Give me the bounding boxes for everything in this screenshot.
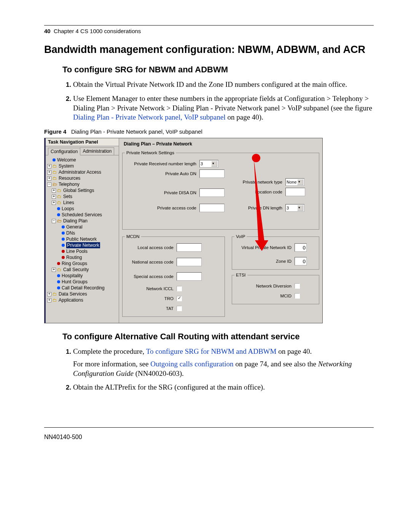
mcdn-tat-label: TAT <box>125 306 177 311</box>
dot-icon <box>57 286 60 289</box>
tree-private-network[interactable]: Private Network <box>47 242 118 248</box>
folder-open-icon: 🗁 <box>53 181 57 187</box>
tree-ring-groups[interactable]: Ring Groups <box>47 260 118 267</box>
folder-icon: 🗀 <box>53 297 57 303</box>
tree-telephony[interactable]: −🗁Telephony <box>47 181 118 187</box>
tree-dialing-plan[interactable]: −🗁Dialing Plan <box>47 218 118 224</box>
tree-hunt-groups[interactable]: Hunt Groups <box>47 279 118 285</box>
tree-lines[interactable]: +🗀Lines <box>47 200 118 206</box>
expand-icon[interactable]: + <box>47 176 51 181</box>
expand-icon[interactable]: + <box>52 201 56 205</box>
collapse-icon[interactable]: − <box>47 182 51 187</box>
expand-icon[interactable]: + <box>47 170 51 174</box>
dot-icon <box>62 250 65 253</box>
tree-resources[interactable]: +🗀Resources <box>47 175 118 181</box>
dot-icon <box>62 232 65 235</box>
expand-icon[interactable]: + <box>47 298 51 302</box>
tree-hospitality[interactable]: Hospitality <box>47 273 118 279</box>
private-network-settings-group: Private Network Settings Private Receive… <box>122 150 319 230</box>
tree-scheduled-services[interactable]: Scheduled Services <box>47 212 118 218</box>
folder-icon: 🗀 <box>53 163 57 169</box>
folder-icon: 🗀 <box>53 291 57 297</box>
tree-public-network[interactable]: Public Network <box>47 236 118 242</box>
access-code-label: Private access code <box>125 206 199 210</box>
mcdn-legend: MCDN <box>125 234 141 239</box>
expand-icon[interactable]: + <box>47 292 51 296</box>
proc-a-link[interactable]: To configure SRG for NBWM and ADBWM <box>146 347 277 355</box>
figure-caption: Figure 4 Dialing Plan - Private Network … <box>44 128 374 135</box>
auto-dn-label: Private Auto DN <box>125 171 199 176</box>
tab-administration[interactable]: Administration <box>80 147 114 155</box>
access-code-input[interactable] <box>199 204 225 212</box>
outgoing-calls-link[interactable]: Outgoing calls configuration <box>150 360 233 368</box>
voip-legend: VoIP <box>234 234 247 239</box>
tree-call-security[interactable]: +🗀Call Security <box>47 267 118 273</box>
collapse-icon[interactable]: − <box>52 219 56 223</box>
tat-checkbox[interactable] <box>177 306 182 311</box>
mcdn-local-input[interactable] <box>177 243 202 252</box>
dot-icon <box>57 262 60 265</box>
tree-call-detail-recording[interactable]: Call Detail Recording <box>47 285 118 291</box>
tree-sets[interactable]: +🗀Sets <box>47 193 118 200</box>
expand-icon[interactable]: + <box>52 189 56 193</box>
mcdn-special-label: Special access code <box>125 274 177 279</box>
dot-icon <box>57 207 60 210</box>
mcdn-national-input[interactable] <box>177 258 202 266</box>
dn-len-select[interactable]: 3 <box>285 204 304 212</box>
mcdn-special-input[interactable] <box>177 272 202 281</box>
recv-len-select[interactable]: 3 <box>199 160 218 168</box>
recv-len-label: Private Received number length <box>125 161 199 166</box>
expand-icon[interactable]: + <box>47 164 51 168</box>
disa-dn-input[interactable] <box>199 189 225 197</box>
nav-tabs: Configuration Administration <box>46 146 119 155</box>
auto-dn-input[interactable] <box>199 169 225 178</box>
mcdn-tro-label: TRO <box>125 296 177 301</box>
net-type-select[interactable]: None <box>285 178 304 186</box>
dot-icon <box>53 158 56 161</box>
net-type-label: Private network type <box>232 180 285 184</box>
loc-code-label: Location code <box>232 190 285 194</box>
chevron-down-icon <box>211 161 217 167</box>
right-col-fields: Private network type None Location code … <box>232 176 320 214</box>
page-title: Bandwidth management configuration: NBWM… <box>44 43 374 56</box>
tro-checkbox[interactable] <box>177 296 182 301</box>
expand-icon[interactable]: + <box>52 268 56 272</box>
dot-icon <box>57 274 60 277</box>
procedure-a-steps: Obtain the Virtual Private Network ID an… <box>62 80 374 122</box>
step-2: Use Element Manager to enter these numbe… <box>73 94 374 122</box>
figure-link[interactable]: Dialing Plan - Private Network panel, Vo… <box>73 113 226 121</box>
tree-admin-access[interactable]: +🗀Administrator Access <box>47 169 118 175</box>
tree-general[interactable]: General <box>47 224 118 230</box>
folder-icon: 🗀 <box>57 193 62 200</box>
folder-open-icon: 🗁 <box>57 218 62 224</box>
voip-zone-input[interactable] <box>295 257 307 265</box>
tab-configuration[interactable]: Configuration <box>48 148 80 155</box>
voip-vpn-input[interactable] <box>295 243 307 252</box>
tree-welcome[interactable]: Welcome <box>47 157 118 163</box>
tree-global-settings[interactable]: +🗀Global Settings <box>47 187 118 193</box>
step-b2: Obtain the ALTPrefix for the SRG (config… <box>73 383 374 392</box>
loc-code-input[interactable] <box>285 188 305 196</box>
tree-dns[interactable]: DNs <box>47 230 118 236</box>
chapter-name: Chapter 4 CS 1000 considerations <box>54 28 141 34</box>
folder-icon: 🗀 <box>53 175 57 181</box>
page-number: 40 <box>44 28 51 34</box>
step-1: Obtain the Virtual Private Network ID an… <box>73 80 374 89</box>
tree-loops[interactable]: Loops <box>47 206 118 212</box>
procedure-b-steps: Complete the procedure, To configure SRG… <box>62 347 374 392</box>
header-rule <box>44 25 374 26</box>
iccl-checkbox[interactable] <box>177 286 182 291</box>
tree-routing[interactable]: Routing <box>47 254 118 260</box>
etsi-mcid-checkbox[interactable] <box>295 293 300 299</box>
voip-vpn-label: Virtual Private Network ID <box>234 245 295 250</box>
dot-icon <box>62 244 65 247</box>
nav-title: Task Navigation Panel <box>46 138 119 146</box>
tree-data-services[interactable]: +🗀Data Services <box>47 291 118 297</box>
tree-system[interactable]: +🗀System <box>47 163 118 169</box>
tree-applications[interactable]: +🗀Applications <box>47 297 118 303</box>
etsi-div-checkbox[interactable] <box>295 283 300 289</box>
dot-icon <box>62 238 65 241</box>
tree-line-pools[interactable]: Line Pools <box>47 248 118 254</box>
expand-icon[interactable]: + <box>52 195 56 199</box>
etsi-div-label: Network Diversion <box>234 284 295 288</box>
